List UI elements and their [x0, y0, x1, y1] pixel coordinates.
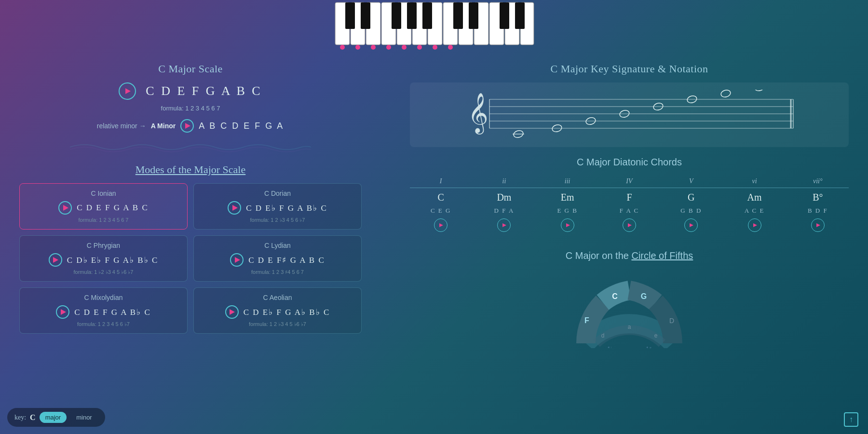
svg-rect-14: [361, 2, 370, 29]
chord-notes-Am: A C E: [722, 207, 787, 215]
chords-table: I ii iii IV V vi vii° C Dm Em F G Am B: [410, 175, 849, 236]
svg-text:1♯: 1♯: [646, 346, 651, 348]
mode-formula-ionian: formula: 1 2 3 4 5 6 7: [27, 217, 180, 223]
relative-minor-play-button[interactable]: [180, 119, 194, 133]
key-value: C: [30, 413, 36, 422]
mode-play-aeolian[interactable]: [225, 305, 239, 319]
chord-play-G[interactable]: [684, 218, 698, 232]
chord-numeral-ii: ii: [472, 175, 536, 188]
svg-rect-13: [345, 2, 355, 29]
mode-formula-mixolydian: formula: 1 2 3 4 5 6 ♭7: [27, 321, 180, 327]
mode-play-lydian[interactable]: [230, 253, 244, 267]
staff-svg: 𝄞: [417, 90, 841, 138]
piano-section: [333, 0, 535, 53]
mode-card-dorian[interactable]: C Dorian C D E♭ F G A B♭ C formula: 1 2 …: [193, 183, 362, 230]
svg-rect-15: [392, 2, 401, 29]
svg-text:1♭: 1♭: [607, 346, 612, 348]
mode-play-ionian[interactable]: [58, 201, 72, 215]
chord-name-Bdim: B°: [787, 188, 849, 207]
scale-title: C Major Scale: [19, 63, 362, 75]
mode-card-phrygian[interactable]: C Phrygian C D♭ E♭ F G A♭ B♭ C formula: …: [19, 235, 188, 282]
scale-notes: C D E F G A B C: [146, 84, 262, 98]
scale-display: C D E F G A B C: [19, 82, 362, 100]
chord-play-C[interactable]: [434, 218, 448, 232]
svg-rect-17: [422, 2, 432, 29]
mode-card-aeolian[interactable]: C Aeolian C D E♭ F G A♭ B♭ C formula: 1 …: [193, 287, 362, 334]
svg-text:a: a: [628, 324, 631, 330]
mode-formula-aeolian: formula: 1 2 ♭3 4 5 ♭6 ♭7: [201, 321, 354, 327]
svg-point-22: [340, 45, 345, 50]
mode-notes-row-dorian: C D E♭ F G A B♭ C: [201, 201, 354, 215]
mode-play-dorian[interactable]: [228, 201, 241, 215]
mode-notes-row-aeolian: C D E♭ F G A♭ B♭ C: [201, 305, 354, 319]
key-indicator: key: C major minor: [7, 408, 105, 427]
mode-play-mixolydian[interactable]: [56, 305, 69, 319]
relative-minor-notes: A B C D E F G A: [199, 121, 284, 131]
chord-notes-Em: E G B: [536, 207, 598, 215]
chord-play-cell-Em: [536, 215, 598, 236]
svg-point-26: [402, 45, 407, 50]
key-label: key:: [14, 414, 26, 421]
svg-point-24: [371, 45, 376, 50]
minor-mode-button[interactable]: minor: [70, 412, 98, 423]
wave-divider: [19, 140, 362, 156]
chord-play-cell-Bdim: [787, 215, 849, 236]
relative-minor-label: relative minor →: [97, 122, 146, 130]
svg-text:C: C: [612, 292, 618, 300]
scale-play-button[interactable]: [119, 82, 136, 100]
mode-name-aeolian: C Aeolian: [201, 294, 354, 301]
notation-section: C Major Key Signature & Notation 𝄞: [410, 63, 849, 147]
svg-text:e: e: [654, 332, 658, 339]
svg-point-25: [386, 45, 391, 50]
svg-point-29: [448, 45, 453, 50]
mode-card-ionian[interactable]: C Ionian C D E F G A B C formula: 1 2 3 …: [19, 183, 188, 230]
svg-point-27: [417, 45, 422, 50]
svg-rect-19: [469, 2, 478, 29]
mode-card-lydian[interactable]: C Lydian C D E F♯ G A B C formula: 1 2 3…: [193, 235, 362, 282]
svg-point-45: [754, 90, 765, 92]
major-mode-button[interactable]: major: [40, 412, 67, 423]
svg-text:D: D: [669, 317, 674, 325]
mode-notes-phrygian: C D♭ E♭ F G A♭ B♭ C: [67, 255, 159, 265]
modes-title: Modes of the Major Scale: [19, 163, 362, 176]
modes-grid: C Ionian C D E F G A B C formula: 1 2 3 …: [19, 183, 362, 334]
chord-notes-C: C E G: [410, 207, 472, 215]
chord-play-Em[interactable]: [561, 218, 574, 232]
piano-svg: [333, 0, 535, 53]
chord-play-cell-G: [660, 215, 722, 236]
mode-notes-ionian: C D E F G A B C: [77, 203, 149, 213]
chord-play-cell-C: [410, 215, 472, 236]
svg-text:𝄞: 𝄞: [468, 93, 488, 135]
relative-minor-name: A Minor: [151, 122, 176, 130]
chord-play-Am[interactable]: [748, 218, 761, 232]
notation-title: C Major Key Signature & Notation: [410, 63, 849, 75]
svg-text:F: F: [584, 316, 589, 325]
chord-play-Dm[interactable]: [497, 218, 511, 232]
chord-play-cell-Dm: [472, 215, 536, 236]
scroll-up-button[interactable]: ↑: [844, 412, 858, 427]
chord-name-C: C: [410, 188, 472, 207]
mode-name-ionian: C Ionian: [27, 190, 180, 197]
chord-notes-Dm: D F A: [472, 207, 536, 215]
mode-notes-row-ionian: C D E F G A B C: [27, 201, 180, 215]
chord-play-Bdim[interactable]: [811, 218, 825, 232]
mode-name-lydian: C Lydian: [201, 242, 354, 249]
chord-notes-G: G B D: [660, 207, 722, 215]
svg-point-28: [433, 45, 437, 50]
circle-container: F C G D d a e 1♭ 0 1♯: [410, 266, 849, 348]
svg-rect-21: [515, 2, 525, 29]
modes-section: Modes of the Major Scale C Ionian C D E …: [19, 163, 362, 334]
chord-numeral-I: I: [410, 175, 472, 188]
chord-name-F: F: [598, 188, 660, 207]
mode-notes-mixolydian: C D E F G A B♭ C: [74, 307, 151, 317]
svg-text:d: d: [601, 332, 605, 339]
svg-point-37: [513, 130, 524, 138]
mode-card-mixolydian[interactable]: C Mixolydian C D E F G A B♭ C formula: 1…: [19, 287, 188, 334]
svg-rect-20: [500, 2, 509, 29]
svg-point-44: [720, 90, 732, 98]
chord-play-F[interactable]: [623, 218, 636, 232]
mode-play-phrygian[interactable]: [49, 253, 62, 267]
chord-numeral-iii: iii: [536, 175, 598, 188]
chord-name-Dm: Dm: [472, 188, 536, 207]
svg-point-23: [355, 45, 360, 50]
